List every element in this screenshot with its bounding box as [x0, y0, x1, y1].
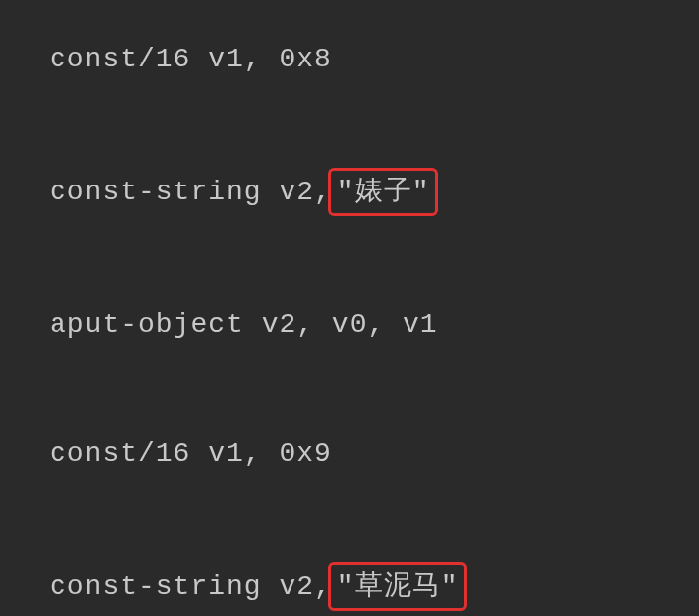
code-text: aput-object v2, v0, v1: [50, 309, 438, 340]
highlighted-string: "婊子": [328, 168, 439, 216]
code-text: const/16 v1, 0x9: [50, 438, 332, 469]
highlighted-string: "草泥马": [328, 562, 468, 611]
code-line-2: const-string v2, "婊子": [50, 168, 649, 216]
code-line-1: const/16 v1, 0x8: [50, 40, 649, 78]
code-line-3: aput-object v2, v0, v1: [50, 306, 649, 344]
code-line-5: const-string v2, "草泥马": [50, 562, 649, 611]
code-line-4: const/16 v1, 0x9: [50, 434, 649, 473]
code-text: const/16 v1, 0x8: [50, 44, 332, 74]
code-text: const-string v2,: [50, 571, 332, 602]
code-text: const-string v2,: [50, 177, 332, 207]
